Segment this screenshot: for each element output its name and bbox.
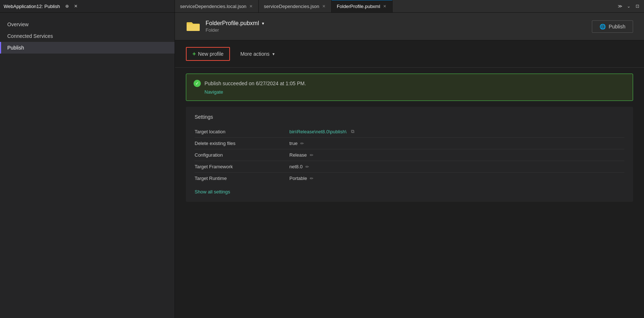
settings-value-delete-existing: true ✏ bbox=[289, 141, 304, 146]
tab-close-service[interactable]: ✕ bbox=[321, 3, 326, 9]
actions-bar: + New profile More actions ▼ bbox=[175, 40, 644, 68]
settings-panel: Settings Target location bin\Release\net… bbox=[186, 107, 633, 202]
navigate-link[interactable]: Navigate bbox=[204, 89, 625, 95]
settings-label-target-location: Target location bbox=[195, 129, 289, 134]
settings-value-target-location: bin\Release\net8.0\publish\ ⧉ bbox=[289, 129, 354, 134]
settings-label-delete-existing: Delete existing files bbox=[195, 141, 289, 146]
sidebar-item-overview[interactable]: Overview bbox=[0, 19, 175, 30]
profile-header-left: FolderProfile.pubxml ▼ Folder bbox=[186, 20, 265, 33]
settings-label-configuration: Configuration bbox=[195, 152, 289, 158]
profile-info: FolderProfile.pubxml ▼ Folder bbox=[206, 20, 265, 33]
edit-icon-target-runtime[interactable]: ✏ bbox=[310, 176, 313, 181]
sidebar-item-connected-services[interactable]: Connected Services bbox=[0, 30, 175, 42]
title-icons: ⊕ ✕ bbox=[63, 3, 79, 10]
more-actions-chevron-icon: ▼ bbox=[272, 52, 276, 56]
tab-bar: serviceDependencies.local.json ✕ service… bbox=[175, 0, 613, 12]
window-title: WebApplication12: Publish bbox=[4, 4, 60, 9]
settings-title: Settings bbox=[195, 114, 624, 120]
profile-header: FolderProfile.pubxml ▼ Folder 🌐 Publish bbox=[175, 13, 644, 40]
title-bar: WebApplication12: Publish ⊕ ✕ serviceDep… bbox=[0, 0, 644, 13]
profile-dropdown-icon[interactable]: ▼ bbox=[261, 21, 265, 25]
success-banner-top: ✓ Publish succeeded on 6/27/2024 at 1:05… bbox=[194, 80, 625, 87]
new-profile-button[interactable]: + New profile bbox=[186, 47, 230, 61]
settings-row-configuration: Configuration Release ✏ bbox=[195, 149, 624, 161]
settings-row-target-runtime: Target Runtime Portable ✏ bbox=[195, 173, 624, 184]
title-bar-left: WebApplication12: Publish ⊕ ✕ bbox=[0, 0, 175, 12]
settings-label-target-runtime: Target Runtime bbox=[195, 176, 289, 181]
overflow-button[interactable]: ≫ bbox=[616, 3, 624, 10]
success-check-icon: ✓ bbox=[194, 80, 201, 87]
pin-button[interactable]: ⊕ bbox=[63, 3, 71, 10]
tab-service-local[interactable]: serviceDependencies.local.json ✕ bbox=[175, 0, 259, 12]
publish-globe-icon: 🌐 bbox=[600, 24, 606, 30]
edit-icon-target-framework[interactable]: ✏ bbox=[305, 164, 309, 169]
success-banner: ✓ Publish succeeded on 6/27/2024 at 1:05… bbox=[186, 74, 633, 101]
copy-icon-target-location[interactable]: ⧉ bbox=[351, 129, 354, 134]
dropdown-button[interactable]: ⌄ bbox=[625, 3, 632, 10]
sidebar: Overview Connected Services Publish bbox=[0, 13, 175, 318]
tab-service[interactable]: serviceDependencies.json ✕ bbox=[259, 0, 332, 12]
tab-folder-profile[interactable]: FolderProfile.pubxml ✕ bbox=[332, 0, 393, 12]
sidebar-item-publish[interactable]: Publish bbox=[0, 42, 175, 54]
folder-icon bbox=[186, 21, 200, 32]
edit-icon-configuration[interactable]: ✏ bbox=[310, 153, 313, 158]
settings-row-target-framework: Target Framework net8.0 ✏ bbox=[195, 161, 624, 173]
profile-name: FolderProfile.pubxml ▼ bbox=[206, 20, 265, 27]
title-bar-right: ≫ ⌄ ⊡ bbox=[613, 3, 644, 10]
publish-button[interactable]: 🌐 Publish bbox=[592, 20, 633, 33]
show-all-settings-link[interactable]: Show all settings bbox=[195, 189, 230, 195]
edit-icon-delete-existing[interactable]: ✏ bbox=[300, 141, 304, 146]
more-actions-button[interactable]: More actions ▼ bbox=[236, 48, 280, 60]
settings-row-delete-existing: Delete existing files true ✏ bbox=[195, 138, 624, 149]
tab-close-folder-profile[interactable]: ✕ bbox=[382, 3, 387, 9]
settings-value-configuration: Release ✏ bbox=[289, 152, 313, 158]
success-message: Publish succeeded on 6/27/2024 at 1:05 P… bbox=[204, 81, 306, 86]
settings-value-target-runtime: Portable ✏ bbox=[289, 176, 313, 181]
content-area: FolderProfile.pubxml ▼ Folder 🌐 Publish … bbox=[175, 13, 644, 318]
close-tab-button[interactable]: ✕ bbox=[72, 3, 79, 10]
profile-type: Folder bbox=[206, 27, 265, 33]
plus-icon: + bbox=[192, 51, 196, 57]
settings-value-target-framework: net8.0 ✏ bbox=[289, 164, 309, 169]
main-layout: Overview Connected Services Publish Fold… bbox=[0, 13, 644, 318]
settings-label-target-framework: Target Framework bbox=[195, 164, 289, 169]
settings-row-target-location: Target location bin\Release\net8.0\publi… bbox=[195, 126, 624, 138]
restore-button[interactable]: ⊡ bbox=[634, 3, 641, 10]
tab-close-service-local[interactable]: ✕ bbox=[249, 3, 253, 9]
